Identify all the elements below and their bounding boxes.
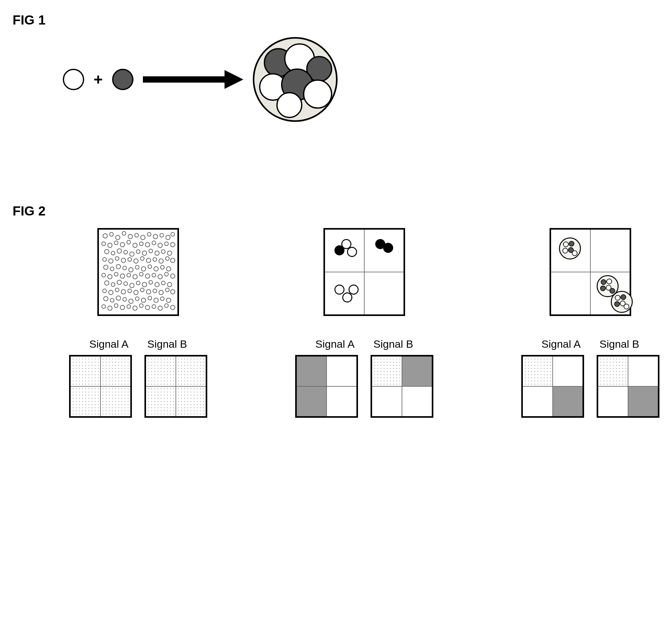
svg-point-102 (148, 296, 152, 300)
svg-point-18 (127, 240, 130, 244)
svg-point-81 (161, 281, 165, 285)
svg-point-25 (170, 242, 175, 247)
grids-row (521, 355, 659, 418)
signal-a-grid (69, 355, 132, 418)
svg-point-106 (102, 305, 105, 308)
svg-point-22 (152, 241, 156, 245)
svg-point-61 (108, 275, 112, 279)
labels-row: Signal A Signal B (542, 338, 639, 350)
svg-point-85 (115, 288, 119, 292)
svg-point-8 (141, 235, 145, 240)
signal-a-grid (521, 355, 584, 418)
svg-point-86 (121, 289, 126, 294)
svg-point-60 (102, 273, 105, 277)
svg-point-4 (116, 235, 120, 240)
svg-point-109 (120, 305, 125, 310)
svg-point-39 (115, 257, 119, 260)
svg-point-66 (139, 272, 143, 276)
svg-point-116 (165, 304, 168, 307)
svg-point-35 (161, 250, 165, 254)
signal-b-label: Signal B (599, 338, 639, 350)
svg-point-63 (120, 274, 125, 278)
signal-b-label: Signal B (147, 338, 187, 350)
svg-point-78 (142, 282, 147, 287)
svg-point-3 (110, 232, 113, 236)
fig1-label: FIG 1 (13, 13, 659, 28)
svg-point-51 (116, 264, 121, 269)
svg-point-2 (103, 234, 107, 238)
svg-point-32 (142, 251, 147, 255)
svg-point-68 (152, 273, 156, 277)
svg-point-56 (148, 265, 152, 269)
fig2-col-1: Signal A Signal B (69, 228, 207, 418)
fig1-diagram: + (63, 37, 659, 122)
svg-point-26 (104, 249, 109, 254)
svg-marker-1 (224, 70, 243, 89)
svg-point-62 (114, 272, 118, 276)
svg-point-38 (109, 259, 113, 263)
svg-point-30 (130, 252, 134, 256)
svg-point-46 (159, 259, 163, 263)
svg-point-41 (128, 258, 131, 261)
svg-point-13 (171, 232, 175, 236)
signal-b-label: Signal B (374, 338, 413, 350)
svg-point-87 (128, 289, 131, 293)
svg-point-28 (117, 249, 122, 253)
svg-point-17 (120, 242, 125, 247)
svg-point-73 (111, 283, 115, 286)
signal-b-grid (597, 355, 659, 418)
svg-point-105 (166, 298, 171, 302)
svg-point-93 (166, 288, 169, 292)
svg-point-57 (154, 267, 158, 271)
svg-point-115 (158, 306, 162, 310)
fig2-columns: Signal A Signal B (69, 228, 659, 418)
svg-point-27 (111, 251, 115, 255)
svg-point-23 (158, 243, 162, 248)
labels-row: Signal A Signal B (89, 338, 187, 350)
svg-point-12 (166, 235, 170, 240)
svg-point-53 (129, 268, 133, 272)
svg-point-103 (154, 298, 158, 302)
svg-point-82 (167, 282, 172, 287)
svg-point-75 (124, 282, 127, 285)
composite-circle-icon (253, 37, 338, 122)
svg-point-55 (141, 267, 146, 271)
svg-point-10 (153, 234, 158, 239)
signal-b-grid (144, 355, 207, 418)
svg-point-24 (165, 242, 168, 246)
svg-point-88 (134, 290, 138, 295)
svg-point-98 (123, 298, 126, 301)
svg-point-79 (149, 280, 152, 284)
svg-point-16 (114, 241, 118, 245)
fig2-col-3: Signal A Signal B (521, 228, 659, 418)
svg-point-83 (103, 289, 106, 293)
svg-point-101 (141, 298, 146, 302)
svg-point-47 (166, 257, 169, 260)
svg-point-84 (109, 290, 113, 295)
svg-point-89 (140, 288, 144, 292)
svg-point-107 (108, 306, 112, 310)
svg-point-99 (129, 299, 133, 303)
svg-point-19 (133, 243, 137, 248)
svg-point-76 (130, 283, 134, 288)
svg-point-34 (155, 251, 159, 255)
open-circle-icon (63, 69, 84, 90)
svg-point-71 (170, 274, 175, 278)
grids-row (295, 355, 433, 418)
svg-point-97 (116, 296, 121, 300)
svg-point-52 (123, 266, 126, 270)
svg-point-65 (133, 275, 137, 279)
dense-particles-box (97, 228, 179, 316)
svg-point-92 (159, 290, 163, 295)
svg-point-59 (166, 267, 171, 271)
svg-point-113 (145, 305, 150, 310)
svg-point-114 (152, 305, 156, 308)
svg-point-50 (110, 267, 114, 271)
svg-point-36 (167, 251, 172, 255)
svg-point-5 (122, 231, 126, 235)
svg-point-100 (135, 297, 139, 301)
svg-point-58 (161, 265, 164, 269)
svg-rect-0 (143, 76, 224, 83)
svg-point-37 (103, 258, 106, 261)
svg-point-117 (170, 305, 175, 310)
